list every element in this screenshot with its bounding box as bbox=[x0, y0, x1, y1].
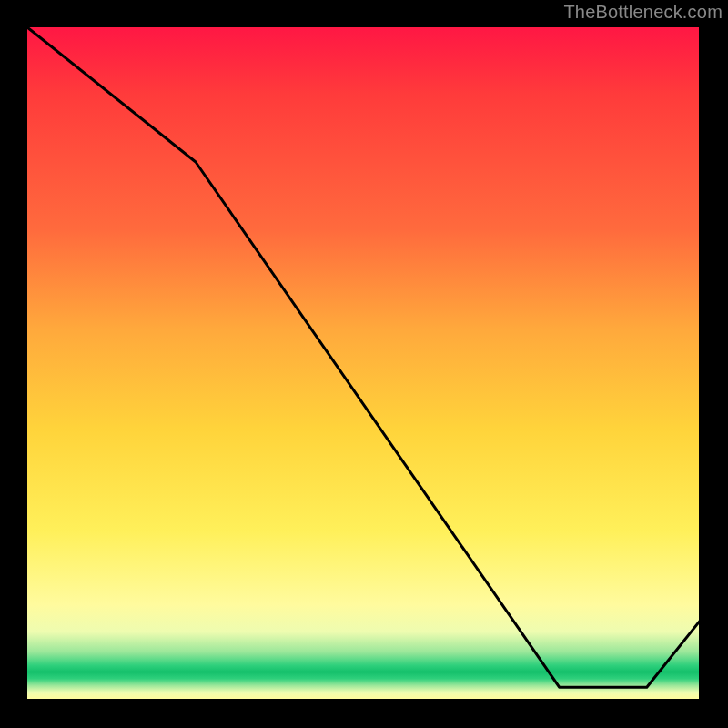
plot-area bbox=[27, 27, 701, 701]
attribution-text: TheBottleneck.com bbox=[563, 2, 723, 23]
chart-frame: TheBottleneck.com bbox=[0, 0, 728, 728]
